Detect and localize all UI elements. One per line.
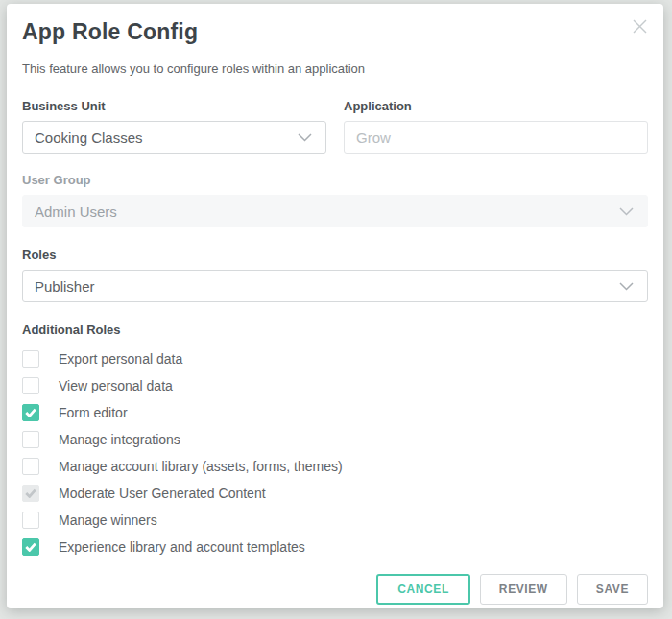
close-button[interactable] <box>629 15 650 36</box>
checkbox-label: Manage winners <box>59 512 157 528</box>
roles-select[interactable]: Publisher <box>22 270 648 302</box>
business-unit-field: Business Unit Cooking Classes <box>22 99 326 154</box>
field-row-top: Business Unit Cooking Classes Applicatio… <box>22 99 648 154</box>
chevron-down-icon <box>619 207 634 216</box>
checkbox-label: Form editor <box>59 405 128 420</box>
additional-roles-section: Additional Roles Export personal data Vi… <box>22 322 648 560</box>
checkbox-row[interactable]: Form editor <box>22 399 648 426</box>
checkbox-row[interactable]: Manage account library (assets, forms, t… <box>22 453 648 480</box>
dialog-footer: CANCEL REVIEW SAVE <box>22 574 648 605</box>
user-group-select: Admin Users <box>22 195 648 227</box>
checkbox-row[interactable]: Export personal data <box>22 345 648 372</box>
checkbox-label: Manage account library (assets, forms, t… <box>59 459 343 474</box>
chevron-down-icon <box>298 133 312 142</box>
checkbox-row[interactable]: View personal data <box>22 372 648 399</box>
checkbox[interactable] <box>22 431 39 448</box>
checkbox-label: Experience library and account templates <box>59 539 305 555</box>
close-icon <box>632 18 648 35</box>
additional-roles-label: Additional Roles <box>22 322 648 337</box>
checkbox-row[interactable]: Experience library and account templates <box>22 534 648 560</box>
application-field: Application <box>344 99 648 154</box>
roles-field: Roles Publisher <box>22 248 648 302</box>
application-input[interactable] <box>344 121 648 154</box>
checkbox-row: Moderate User Generated Content <box>22 480 648 507</box>
additional-roles-list: Export personal data View personal data … <box>22 345 648 560</box>
checkbox[interactable] <box>22 377 39 394</box>
checkbox[interactable] <box>22 350 39 368</box>
save-button[interactable]: SAVE <box>577 574 648 605</box>
checkmark-icon <box>25 408 36 417</box>
checkbox-label: View personal data <box>59 378 173 393</box>
business-unit-select[interactable]: Cooking Classes <box>22 121 326 154</box>
checkbox[interactable] <box>22 538 39 556</box>
checkbox-label: Export personal data <box>59 351 182 367</box>
checkmark-icon <box>25 542 36 552</box>
business-unit-value: Cooking Classes <box>35 130 143 146</box>
roles-label: Roles <box>22 248 648 262</box>
checkbox-row[interactable]: Manage integrations <box>22 426 648 453</box>
roles-value: Publisher <box>35 278 95 295</box>
cancel-button[interactable]: CANCEL <box>376 574 470 605</box>
checkmark-icon <box>25 381 36 391</box>
review-button[interactable]: REVIEW <box>480 574 567 605</box>
checkmark-icon <box>25 435 36 444</box>
checkbox-label: Manage integrations <box>59 432 180 447</box>
dialog-title: App Role Config <box>22 19 648 45</box>
dialog-subtitle: This feature allows you to configure rol… <box>22 61 648 76</box>
checkmark-icon <box>25 354 36 364</box>
checkbox-row[interactable]: Manage winners <box>22 507 648 534</box>
user-group-label: User Group <box>22 173 648 187</box>
user-group-value: Admin Users <box>35 203 117 220</box>
user-group-field: User Group Admin Users <box>22 173 648 227</box>
checkbox-label: Moderate User Generated Content <box>59 486 266 501</box>
checkbox[interactable] <box>22 512 39 529</box>
business-unit-label: Business Unit <box>22 99 326 113</box>
app-role-config-dialog: App Role Config This feature allows you … <box>7 4 663 608</box>
checkmark-icon <box>25 462 36 471</box>
checkbox <box>22 485 39 502</box>
checkbox[interactable] <box>22 458 39 475</box>
application-label: Application <box>344 99 648 113</box>
checkmark-icon <box>25 488 36 498</box>
checkbox[interactable] <box>22 404 39 421</box>
checkmark-icon <box>25 515 36 525</box>
chevron-down-icon <box>619 282 634 291</box>
